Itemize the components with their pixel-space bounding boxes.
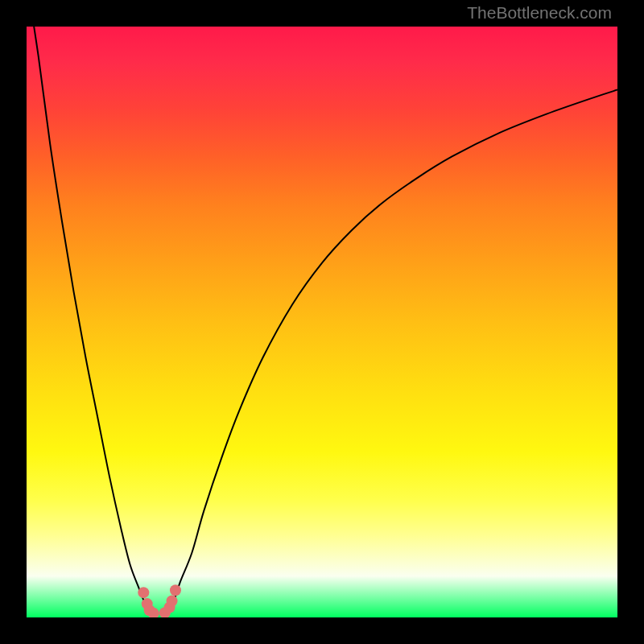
bottleneck-curve <box>27 27 617 617</box>
curve-vertex-points <box>138 584 181 617</box>
chart-plot-area <box>27 27 617 617</box>
curve-left-branch <box>27 27 151 612</box>
vertex-dot <box>138 587 149 598</box>
curve-right-branch <box>168 90 617 612</box>
watermark-text: TheBottleneck.com <box>467 3 612 23</box>
vertex-dot <box>167 595 178 606</box>
vertex-dot <box>170 584 181 596</box>
